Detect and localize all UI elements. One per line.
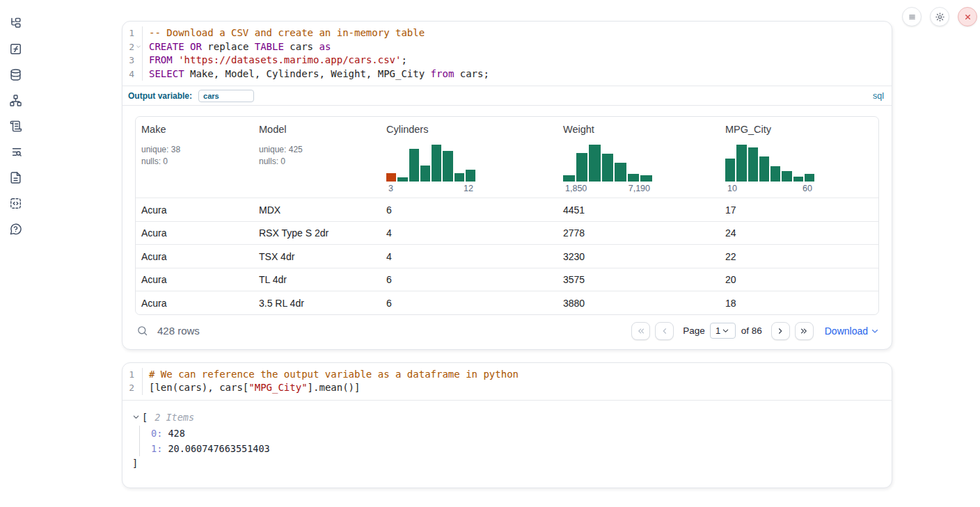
tree-entry-value: 428	[168, 428, 184, 439]
tree-entry-index: 1:	[151, 443, 162, 454]
dependency-graph-icon[interactable]	[8, 93, 22, 107]
page-select[interactable]: 1	[710, 323, 736, 339]
table-row[interactable]: Acura3.5 RL 4dr6388018	[136, 291, 878, 314]
column-header-weight[interactable]: Weight 1,8507,190	[558, 117, 720, 198]
table-cell: 6	[381, 198, 558, 221]
table-cell: 3.5 RL 4dr	[253, 291, 381, 314]
histogram-bar	[770, 166, 780, 182]
tree-items-count: 2 Items	[155, 412, 194, 423]
sql-code-editor[interactable]: 1-- Download a CSV and create an in-memo…	[122, 22, 892, 86]
column-header-model[interactable]: Modelunique: 425nulls: 0	[253, 117, 381, 198]
histogram-bar	[563, 175, 575, 182]
axis-min-label: 1,850	[565, 184, 587, 193]
table-cell: Acura	[136, 268, 253, 291]
snippets-icon[interactable]	[8, 196, 22, 210]
column-header-make[interactable]: Makeunique: 38nulls: 0	[136, 117, 253, 198]
first-page-button[interactable]	[631, 322, 650, 340]
table-cell: 4	[381, 245, 558, 268]
axis-min-label: 3	[388, 184, 393, 193]
code-token: [len(cars), cars[	[149, 382, 248, 393]
page-label: Page	[683, 325, 705, 336]
download-label: Download	[825, 325, 868, 337]
table-cell: 4451	[558, 198, 720, 221]
code-token	[173, 54, 178, 65]
code-token: FROM	[149, 54, 173, 65]
table-cell: 22	[720, 245, 878, 268]
table-row[interactable]: AcuraTSX 4dr4323022	[136, 244, 878, 268]
next-page-button[interactable]	[771, 322, 790, 340]
tree-entry: 1: 20.060747663551403	[151, 441, 879, 456]
code-token: ;	[401, 54, 406, 65]
code-text: -- Download a CSV and create an in-memor…	[143, 26, 425, 40]
datasources-icon[interactable]	[8, 67, 22, 81]
table-row[interactable]: AcuraMDX6445117	[136, 198, 878, 221]
chevron-down-icon	[722, 327, 729, 335]
code-line[interactable]: 2CREATE OR replace TABLE cars as	[122, 40, 892, 54]
histogram-axis-labels: 1060	[725, 184, 814, 193]
table-cell: 6	[381, 268, 558, 291]
code-line[interactable]: 1-- Download a CSV and create an in-memo…	[122, 26, 892, 40]
table-cell: 3230	[558, 245, 720, 268]
column-header-mpg_city[interactable]: MPG_City 1060	[720, 117, 878, 198]
table-footer: 428 rows Page 1 of 86 Download	[135, 322, 879, 340]
table-cell: RSX Type S 2dr	[253, 222, 381, 245]
histogram-axis-labels: 1,8507,190	[563, 184, 652, 193]
table-cell: 3880	[558, 291, 720, 314]
tree-expander-icon[interactable]	[132, 413, 141, 421]
tree-root: [ 2 Items	[132, 410, 879, 424]
line-number: 2	[122, 40, 143, 54]
last-page-button[interactable]	[795, 322, 814, 340]
column-name: Weight	[563, 124, 714, 135]
code-line[interactable]: 2[len(cars), cars["MPG_City"].mean()]	[122, 381, 892, 395]
code-line[interactable]: 3FROM 'https://datasets.marimo.app/cars.…	[122, 54, 892, 67]
fold-chevron-icon[interactable]	[134, 40, 142, 54]
page-select-value: 1	[716, 325, 720, 336]
code-token: cars;	[454, 68, 489, 79]
histogram-bar	[409, 149, 419, 182]
table-row[interactable]: AcuraTL 4dr6357520	[136, 268, 878, 291]
output-variable-label: Output variable:	[128, 91, 192, 101]
code-line[interactable]: 1# We can reference the output variable …	[122, 368, 892, 382]
python-code-editor[interactable]: 1# We can reference the output variable …	[122, 363, 892, 400]
logs-icon[interactable]	[8, 119, 22, 133]
code-token: # We can reference the output variable a…	[149, 369, 519, 380]
code-token: as	[319, 41, 331, 52]
column-header-cylinders[interactable]: Cylinders 312	[381, 117, 558, 198]
line-number: 1	[122, 368, 143, 382]
chevrons-left-icon	[636, 326, 646, 336]
settings-button[interactable]	[930, 7, 949, 26]
histogram-bar	[455, 173, 464, 182]
histogram-bar	[805, 174, 814, 182]
variables-icon[interactable]	[8, 42, 22, 56]
code-token: replace	[202, 41, 255, 52]
axis-max-label: 60	[803, 184, 812, 193]
chevrons-right-icon	[799, 326, 809, 336]
documentation-icon[interactable]	[8, 170, 22, 184]
code-text: FROM 'https://datasets.marimo.app/cars.c…	[143, 54, 407, 67]
histogram-bar	[432, 145, 441, 182]
histogram-bar	[736, 145, 746, 182]
table-cell: TSX 4dr	[253, 245, 381, 268]
chevron-down-icon	[871, 327, 879, 335]
code-line[interactable]: 4SELECT Make, Model, Cylinders, Weight, …	[122, 67, 892, 81]
scratchpad-icon[interactable]	[8, 145, 22, 159]
tree-entry: 0: 428	[151, 426, 879, 441]
prev-page-button[interactable]	[655, 322, 674, 340]
menu-button[interactable]	[902, 7, 922, 26]
file-explorer-icon[interactable]	[8, 16, 22, 30]
sidebar-panel-switcher	[0, 0, 31, 507]
download-button[interactable]: Download	[825, 325, 879, 337]
stat-line: nulls: 0	[259, 156, 375, 168]
histogram-bar	[466, 170, 475, 182]
shutdown-button[interactable]	[958, 7, 977, 26]
table-cell: 6	[381, 291, 558, 314]
help-icon[interactable]	[8, 222, 22, 236]
histogram-bar	[615, 163, 626, 182]
axis-max-label: 7,190	[629, 184, 650, 193]
search-icon[interactable]	[135, 324, 149, 338]
output-variable-input[interactable]	[198, 90, 254, 102]
tree-entry-index: 0:	[151, 428, 162, 439]
table-row[interactable]: AcuraRSX Type S 2dr4277824	[136, 221, 878, 245]
code-token	[184, 41, 190, 52]
fold-spacer	[134, 67, 142, 81]
